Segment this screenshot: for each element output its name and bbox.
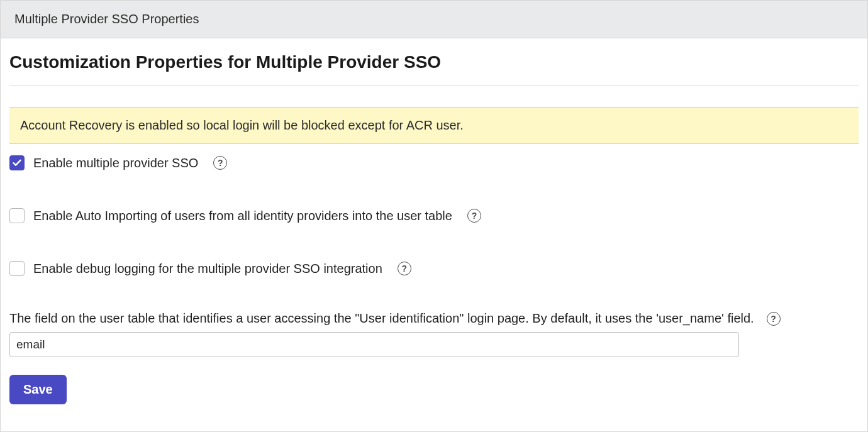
enable-sso-row: Enable multiple provider SSO ? [9, 155, 859, 170]
debug-logging-row: Enable debug logging for the multiple pr… [9, 261, 859, 276]
debug-logging-label: Enable debug logging for the multiple pr… [33, 262, 382, 276]
help-icon[interactable]: ? [767, 312, 781, 326]
auto-import-label: Enable Auto Importing of users from all … [33, 209, 452, 223]
page-title: Customization Properties for Multiple Pr… [9, 52, 859, 72]
help-icon[interactable]: ? [213, 156, 227, 170]
divider [9, 85, 859, 86]
debug-logging-checkbox[interactable] [9, 261, 25, 276]
enable-sso-label: Enable multiple provider SSO [33, 156, 198, 170]
panel-header-title: Multiple Provider SSO Properties [14, 12, 199, 26]
notice-text: Account Recovery is enabled so local log… [20, 118, 464, 132]
user-identifier-label-row: The field on the user table that identif… [9, 311, 859, 326]
help-icon[interactable]: ? [398, 262, 411, 275]
user-identifier-label: The field on the user table that identif… [9, 311, 754, 326]
user-identifier-group: The field on the user table that identif… [9, 311, 859, 357]
panel-content: Customization Properties for Multiple Pr… [1, 38, 867, 416]
panel-header: Multiple Provider SSO Properties [1, 1, 867, 38]
checkmark-icon [13, 159, 21, 167]
account-recovery-notice: Account Recovery is enabled so local log… [9, 107, 859, 144]
user-identifier-input[interactable] [9, 332, 739, 357]
auto-import-row: Enable Auto Importing of users from all … [9, 208, 859, 223]
enable-sso-checkbox[interactable] [9, 155, 25, 170]
properties-panel: Multiple Provider SSO Properties Customi… [0, 0, 868, 432]
auto-import-checkbox[interactable] [9, 208, 25, 223]
save-button[interactable]: Save [9, 375, 67, 404]
help-icon[interactable]: ? [467, 209, 481, 223]
